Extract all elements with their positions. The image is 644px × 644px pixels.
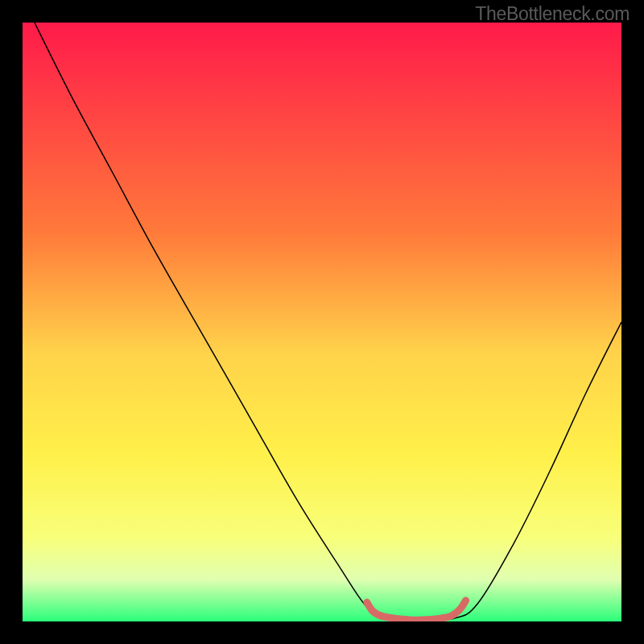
chart-frame <box>23 23 621 621</box>
gradient-background <box>23 23 621 621</box>
bottleneck-chart <box>23 23 621 621</box>
watermark-text: TheBottleneck.com <box>475 3 630 25</box>
